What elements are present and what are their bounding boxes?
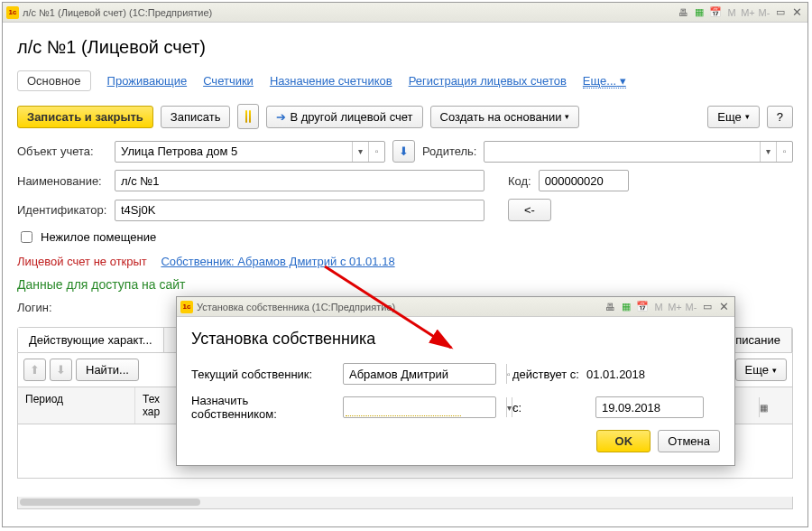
- from-label: с:: [512, 401, 588, 415]
- dialog-m-icon[interactable]: M: [651, 300, 666, 314]
- code-label: Код:: [508, 174, 531, 188]
- cancel-button[interactable]: Отмена: [658, 430, 720, 452]
- current-owner-label: Текущий собственник:: [191, 368, 336, 381]
- parent-input-group: ▾ ▫: [484, 141, 793, 163]
- current-owner-group: ▫: [343, 363, 496, 385]
- owner-dialog: 1c Установка собственника (1С:Предприяти…: [176, 296, 735, 466]
- code-input-group: [539, 170, 629, 191]
- tab-more[interactable]: Еще... ▾: [583, 74, 626, 88]
- current-owner-input[interactable]: [344, 364, 506, 384]
- assign-owner-label: Назначить собственником:: [191, 394, 336, 421]
- horizontal-scrollbar[interactable]: [17, 497, 793, 509]
- ok-button[interactable]: OK: [596, 430, 651, 452]
- assign-open-icon[interactable]: ▫: [512, 397, 516, 417]
- m-icon[interactable]: M: [724, 5, 739, 20]
- object-input[interactable]: [115, 142, 352, 162]
- dialog-close-icon[interactable]: ✕: [716, 300, 731, 314]
- m-minus-icon[interactable]: M-: [757, 5, 771, 20]
- subtab-active[interactable]: Действующие характ...: [18, 328, 164, 352]
- main-title: л/с №1 (Лицевой счет) (1С:Предприятие): [23, 7, 676, 18]
- more-button[interactable]: Еще ▾: [707, 106, 759, 128]
- id-input-group: [115, 200, 484, 221]
- assign-owner-input[interactable]: [344, 397, 506, 417]
- calc-icon[interactable]: ▦: [692, 5, 706, 20]
- current-owner-open-icon[interactable]: ▫: [506, 364, 511, 384]
- tab-counters[interactable]: Счетчики: [203, 74, 254, 88]
- object-dropdown-icon[interactable]: ▾: [352, 142, 368, 162]
- tab-residents[interactable]: Проживающие: [107, 74, 188, 88]
- columns-button[interactable]: [237, 104, 259, 129]
- login-label: Логин:: [17, 301, 52, 314]
- id-back-button[interactable]: <-: [508, 199, 551, 221]
- from-date-input[interactable]: [596, 397, 759, 417]
- site-section-title: Данные для доступа на сайт: [17, 277, 793, 292]
- name-input[interactable]: [115, 171, 484, 191]
- object-label: Объект учета:: [17, 144, 107, 158]
- dialog-titlebar: 1c Установка собственника (1С:Предприяти…: [177, 297, 734, 317]
- tab-register[interactable]: Регистрация лицевых счетов: [409, 74, 567, 88]
- print-icon[interactable]: 🖶: [676, 5, 690, 20]
- find-button[interactable]: Найти...: [76, 359, 139, 381]
- non-residential-label: Нежилое помещение: [41, 230, 156, 244]
- object-input-group: ▾ ▫: [115, 141, 385, 163]
- main-toolbar: Записать и закрыть Записать ➔ В другой л…: [17, 104, 793, 129]
- parent-label: Родитель:: [422, 144, 476, 158]
- parent-input[interactable]: [484, 142, 760, 162]
- code-input[interactable]: [540, 171, 702, 191]
- tab-main[interactable]: Основное: [17, 70, 91, 91]
- object-open-icon[interactable]: ▫: [368, 142, 384, 162]
- restore-icon[interactable]: ▭: [773, 5, 788, 20]
- save-close-button[interactable]: Записать и закрыть: [17, 106, 153, 128]
- id-label: Идентификатор:: [17, 203, 107, 217]
- app-icon: 1c: [6, 6, 19, 19]
- dialog-m-minus-icon[interactable]: M-: [684, 300, 698, 314]
- transfer-button[interactable]: ➔ В другой лицевой счет: [266, 106, 422, 128]
- dialog-calc-icon[interactable]: ▦: [619, 300, 633, 314]
- dialog-m-plus-icon[interactable]: M+: [668, 300, 682, 314]
- col-period[interactable]: Период: [18, 387, 135, 424]
- dialog-calendar-icon[interactable]: 📅: [635, 300, 650, 314]
- save-button[interactable]: Записать: [161, 106, 231, 128]
- owner-link[interactable]: Собственник: Абрамов Дмитрий с 01.01.18: [161, 255, 394, 268]
- dialog-app-icon: 1c: [180, 301, 193, 313]
- up-button[interactable]: ⬆: [23, 359, 46, 381]
- m-plus-icon[interactable]: M+: [741, 5, 755, 20]
- non-residential-checkbox[interactable]: [21, 231, 32, 243]
- effective-value: 01.01.2018: [586, 368, 645, 381]
- name-label: Наименование:: [17, 174, 107, 188]
- assign-owner-group: ▾ ▫: [343, 396, 496, 418]
- help-button[interactable]: ?: [767, 106, 793, 128]
- sub-more-button[interactable]: Еще ▾: [735, 359, 787, 381]
- parent-dropdown-icon[interactable]: ▾: [760, 142, 776, 162]
- calendar-icon[interactable]: 📅: [708, 5, 723, 20]
- dialog-print-icon[interactable]: 🖶: [603, 300, 617, 314]
- name-input-group: [115, 170, 484, 191]
- page-title: л/с №1 (Лицевой счет): [17, 37, 793, 58]
- object-down-button[interactable]: ⬇: [392, 140, 415, 163]
- create-based-button[interactable]: Создать на основании ▾: [430, 106, 580, 128]
- dialog-page-title: Установка собственника: [191, 330, 720, 349]
- dialog-title: Установка собственника (1С:Предприятие): [197, 302, 603, 312]
- nav-tabs: Основное Проживающие Счетчики Назначение…: [17, 70, 793, 91]
- id-input[interactable]: [115, 200, 484, 220]
- close-icon[interactable]: ✕: [789, 5, 804, 20]
- main-titlebar: 1c л/с №1 (Лицевой счет) (1С:Предприятие…: [3, 3, 807, 23]
- parent-open-icon[interactable]: ▫: [776, 142, 792, 162]
- down-button[interactable]: ⬇: [50, 359, 72, 381]
- from-date-group: ▦: [595, 396, 704, 418]
- effective-label: действует с:: [512, 368, 579, 381]
- from-date-calendar-icon[interactable]: ▦: [759, 397, 768, 417]
- status-not-open: Лицевой счет не открыт: [17, 255, 147, 268]
- dialog-restore-icon[interactable]: ▭: [700, 300, 715, 314]
- tab-assign[interactable]: Назначение счетчиков: [270, 74, 392, 88]
